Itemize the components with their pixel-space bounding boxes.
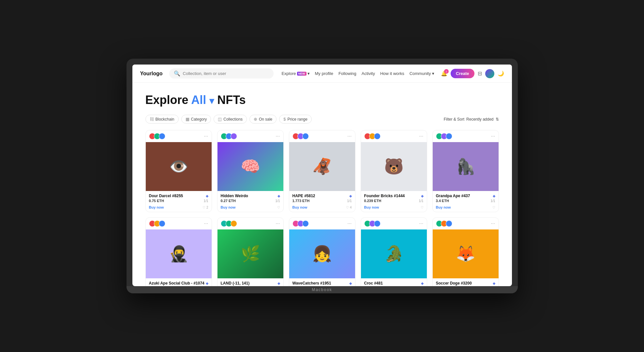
title-arrow[interactable]: ▾ — [209, 96, 214, 106]
nav-following[interactable]: Following — [338, 71, 356, 76]
card-more-button[interactable]: ··· — [491, 221, 495, 227]
nft-grid: ··· 👁️ Dour Darcel #8255 ◆ 0.75 ETH 1/1 … — [145, 130, 499, 286]
nft-card[interactable]: ··· 🥷 Azuki Ape Social Club - #1074 ◆ 0.… — [145, 217, 212, 286]
card-more-button[interactable]: ··· — [204, 133, 208, 139]
filter-blockchain[interactable]: ⛓ Blockchain — [145, 115, 179, 124]
card-more-button[interactable]: ··· — [204, 221, 208, 227]
filter-price-range[interactable]: $ Price range — [279, 115, 312, 124]
eth-icon: ◆ — [421, 281, 424, 286]
buy-now-button[interactable]: Buy now — [436, 205, 451, 209]
nav-icons: 🔔 1 Create ⊟ 🌙 — [441, 69, 504, 78]
card-more-button[interactable]: ··· — [491, 133, 495, 139]
art-emoji: 🦧 — [312, 157, 332, 176]
chevron-down-icon: ▾ — [432, 71, 434, 76]
nft-image: 👁️ — [146, 142, 212, 191]
card-avatar — [159, 133, 165, 139]
card-title-row: Hidden Weirdo ◆ — [221, 194, 280, 198]
card-title-row: Dour Darcel #8255 ◆ — [149, 194, 208, 198]
art-emoji: 🌿 — [241, 245, 260, 263]
nft-edition: 1/1 — [491, 199, 495, 203]
eth-icon: ◆ — [493, 194, 495, 198]
card-header: ··· — [146, 130, 212, 142]
like-button[interactable]: ♡ — [492, 206, 495, 209]
like-button[interactable]: ♡ 4 — [346, 206, 352, 209]
nft-card[interactable]: ··· 🦊 Soccer Doge #3200 ◆ From 0.059 ETH… — [432, 217, 499, 286]
card-title-row: Croc #481 ◆ — [364, 281, 424, 286]
nav-how-it-works[interactable]: How it works — [380, 71, 404, 76]
nft-price: 0.27 ETH — [221, 199, 236, 203]
card-avatars — [364, 133, 379, 139]
card-more-button[interactable]: ··· — [347, 133, 352, 139]
like-button[interactable]: ♡ — [421, 206, 424, 209]
buy-now-button[interactable]: Buy now — [292, 205, 307, 209]
nft-name: WaveCatchers #1951 — [292, 281, 331, 286]
card-title-row: Soccer Doge #3200 ◆ — [436, 281, 495, 286]
nft-card[interactable]: ··· 🐊 Croc #481 ◆ 0.55 ETH 1/1 Buy now ♡ — [361, 217, 427, 286]
card-body: LAND (-11, 141) ◆ 4.8 ETH 1/1 — [217, 278, 283, 286]
nft-name: Croc #481 — [364, 281, 383, 286]
nft-image: 🧠 — [217, 142, 283, 191]
price-icon: $ — [283, 117, 286, 122]
nav-my-profile[interactable]: My profile — [315, 71, 333, 76]
nft-card[interactable]: ··· 👧 WaveCatchers #1951 ◆ 0.23 ETH 1/1 … — [289, 217, 355, 286]
nav-links: Explore NEW ▾ My profile Following Activ… — [281, 71, 434, 76]
card-more-button[interactable]: ··· — [419, 133, 423, 139]
eth-icon: ◆ — [349, 281, 352, 286]
nft-card[interactable]: ··· 🌿 LAND (-11, 141) ◆ 4.8 ETH 1/1 Buy … — [217, 217, 284, 286]
art-emoji: 🦍 — [456, 157, 475, 176]
nft-name: HAPE #5812 — [292, 194, 315, 198]
eth-icon: ◆ — [206, 194, 208, 198]
nft-name: Azuki Ape Social Club - #1074 — [149, 281, 204, 286]
card-more-button[interactable]: ··· — [276, 221, 280, 227]
search-input[interactable] — [183, 71, 269, 76]
card-avatar — [302, 220, 309, 227]
buy-now-button[interactable]: Buy now — [221, 205, 236, 209]
nft-card[interactable]: ··· 👁️ Dour Darcel #8255 ◆ 0.75 ETH 1/1 … — [145, 130, 212, 212]
notification-badge: 1 — [444, 69, 449, 74]
page-title: Explore All ▾ NFTs — [145, 93, 499, 107]
nft-card[interactable]: ··· 🦍 Grandpa Ape #437 ◆ 3.4 ETH 1/1 Buy… — [432, 130, 499, 212]
nav-activity[interactable]: Activity — [362, 71, 375, 76]
like-button[interactable]: ♡ 2 — [202, 206, 208, 209]
card-more-button[interactable]: ··· — [419, 221, 423, 227]
nft-card[interactable]: ··· 🐻 Founder Bricks #1444 ◆ 0.239 ETH 1… — [361, 130, 427, 212]
card-title-row: HAPE #5812 ◆ — [292, 194, 352, 198]
card-footer: Buy now ♡ 4 — [289, 204, 355, 212]
card-body: Grandpa Ape #437 ◆ 3.4 ETH 1/1 — [433, 191, 499, 204]
user-avatar[interactable] — [485, 69, 494, 78]
eth-icon: ◆ — [277, 194, 280, 198]
eth-icon: ◆ — [349, 194, 352, 198]
nav-explore[interactable]: Explore NEW ▾ — [281, 71, 309, 76]
nav-community[interactable]: Community ▾ — [410, 71, 434, 76]
art-emoji: 🥷 — [169, 245, 188, 263]
notifications-bell[interactable]: 🔔 1 — [441, 70, 447, 77]
like-button[interactable]: ♡ — [277, 206, 280, 209]
art-emoji: 🧠 — [241, 157, 260, 176]
navbar: Yourlogo 🔍 Explore NEW ▾ My profile Foll… — [132, 65, 512, 83]
filter-icon[interactable]: ⊟ — [478, 70, 482, 77]
filter-category[interactable]: ▦ Category — [181, 115, 211, 124]
card-more-button[interactable]: ··· — [347, 221, 352, 227]
buy-now-button[interactable]: Buy now — [149, 205, 164, 209]
filter-on-sale[interactable]: ⊕ On sale — [249, 115, 277, 124]
nft-card[interactable]: ··· 🦧 HAPE #5812 ◆ 1.773 ETH 1/1 Buy now… — [289, 130, 355, 212]
nft-card[interactable]: ··· 🧠 Hidden Weirdo ◆ 0.27 ETH 1/1 Buy n… — [217, 130, 284, 212]
nft-edition: 1/1 — [204, 199, 208, 203]
card-title-row: Founder Bricks #1444 ◆ — [364, 194, 424, 198]
filter-sort[interactable]: Filter & Sort Recently added ⇅ — [444, 117, 499, 122]
laptop-brand: Macbook — [312, 287, 332, 292]
search-bar[interactable]: 🔍 — [169, 68, 274, 79]
filter-collections[interactable]: ◫ Collections — [214, 115, 247, 124]
card-header: ··· — [289, 218, 355, 229]
collections-icon: ◫ — [218, 117, 222, 122]
card-body: Hidden Weirdo ◆ 0.27 ETH 1/1 — [217, 191, 283, 204]
card-body: Croc #481 ◆ 0.55 ETH 1/1 — [361, 278, 427, 286]
create-button[interactable]: Create — [451, 69, 474, 78]
card-avatar — [302, 133, 309, 139]
buy-now-button[interactable]: Buy now — [364, 205, 379, 209]
sort-icon: ⇅ — [496, 117, 499, 122]
card-avatars — [149, 220, 164, 227]
card-more-button[interactable]: ··· — [276, 133, 280, 139]
dark-mode-icon[interactable]: 🌙 — [498, 70, 504, 77]
card-avatars — [221, 133, 235, 139]
